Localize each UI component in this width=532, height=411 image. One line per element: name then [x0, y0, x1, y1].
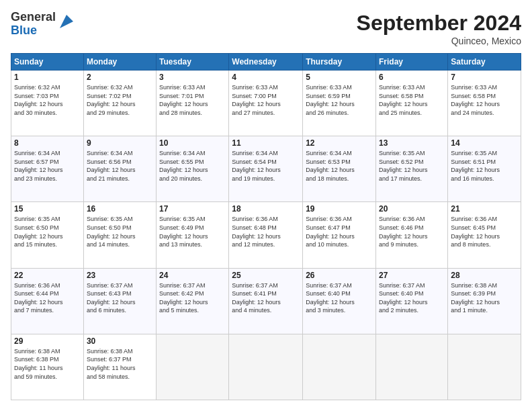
- table-row: 2Sunrise: 6:32 AM Sunset: 7:02 PM Daylig…: [83, 71, 156, 136]
- day-number: 22: [14, 271, 81, 280]
- day-number: 1: [14, 73, 81, 82]
- week-row-2: 8Sunrise: 6:34 AM Sunset: 6:57 PM Daylig…: [11, 136, 521, 202]
- day-info: Sunrise: 6:33 AM Sunset: 6:59 PM Dayligh…: [306, 83, 373, 117]
- col-wednesday: Wednesday: [229, 54, 303, 71]
- day-number: 28: [451, 271, 518, 280]
- table-row: [448, 334, 521, 400]
- day-number: 18: [232, 204, 300, 214]
- title-block: September 2024 Quinceo, Mexico: [357, 11, 521, 46]
- table-row: 11Sunrise: 6:34 AM Sunset: 6:54 PM Dayli…: [229, 136, 303, 202]
- day-info: Sunrise: 6:35 AM Sunset: 6:52 PM Dayligh…: [379, 149, 445, 183]
- day-number: 11: [232, 138, 300, 148]
- day-info: Sunrise: 6:33 AM Sunset: 6:58 PM Dayligh…: [379, 83, 445, 117]
- table-row: 12Sunrise: 6:34 AM Sunset: 6:53 PM Dayli…: [303, 136, 376, 202]
- day-number: 15: [14, 204, 81, 214]
- col-tuesday: Tuesday: [157, 54, 229, 71]
- col-monday: Monday: [83, 54, 156, 71]
- day-info: Sunrise: 6:36 AM Sunset: 6:45 PM Dayligh…: [451, 215, 518, 248]
- day-number: 26: [306, 271, 373, 280]
- day-info: Sunrise: 6:37 AM Sunset: 6:40 PM Dayligh…: [306, 281, 373, 315]
- table-row: 1Sunrise: 6:32 AM Sunset: 7:03 PM Daylig…: [11, 71, 84, 136]
- table-row: 23Sunrise: 6:37 AM Sunset: 6:43 PM Dayli…: [83, 268, 156, 334]
- day-number: 9: [87, 138, 153, 148]
- day-number: 30: [87, 336, 153, 346]
- table-row: 29Sunrise: 6:38 AM Sunset: 6:38 PM Dayli…: [11, 334, 84, 400]
- day-number: 24: [159, 271, 226, 280]
- month-title: September 2024: [357, 11, 521, 36]
- day-number: 7: [451, 73, 518, 82]
- day-number: 25: [232, 271, 300, 280]
- col-friday: Friday: [376, 54, 448, 71]
- day-info: Sunrise: 6:35 AM Sunset: 6:50 PM Dayligh…: [14, 215, 81, 248]
- day-info: Sunrise: 6:36 AM Sunset: 6:47 PM Dayligh…: [306, 215, 373, 248]
- table-row: 8Sunrise: 6:34 AM Sunset: 6:57 PM Daylig…: [11, 136, 84, 202]
- day-number: 13: [379, 138, 445, 148]
- day-info: Sunrise: 6:36 AM Sunset: 6:44 PM Dayligh…: [14, 281, 81, 315]
- day-number: 14: [451, 138, 518, 148]
- logo-general: General: [11, 10, 56, 24]
- day-info: Sunrise: 6:34 AM Sunset: 6:53 PM Dayligh…: [306, 149, 373, 183]
- day-info: Sunrise: 6:38 AM Sunset: 6:39 PM Dayligh…: [451, 281, 518, 315]
- day-info: Sunrise: 6:34 AM Sunset: 6:56 PM Dayligh…: [87, 149, 153, 183]
- day-number: 19: [306, 204, 373, 214]
- table-row: 21Sunrise: 6:36 AM Sunset: 6:45 PM Dayli…: [448, 202, 521, 268]
- location: Quinceo, Mexico: [357, 36, 521, 46]
- day-number: 2: [87, 73, 153, 82]
- day-number: 10: [159, 138, 226, 148]
- day-number: 16: [87, 204, 153, 214]
- logo-blue: Blue: [11, 24, 37, 37]
- table-row: 28Sunrise: 6:38 AM Sunset: 6:39 PM Dayli…: [448, 268, 521, 334]
- day-info: Sunrise: 6:37 AM Sunset: 6:40 PM Dayligh…: [379, 281, 445, 315]
- table-row: [229, 334, 303, 400]
- table-row: 19Sunrise: 6:36 AM Sunset: 6:47 PM Dayli…: [303, 202, 376, 268]
- day-info: Sunrise: 6:34 AM Sunset: 6:57 PM Dayligh…: [14, 149, 81, 183]
- week-row-3: 15Sunrise: 6:35 AM Sunset: 6:50 PM Dayli…: [11, 202, 521, 268]
- table-row: 3Sunrise: 6:33 AM Sunset: 7:01 PM Daylig…: [157, 71, 229, 136]
- week-row-1: 1Sunrise: 6:32 AM Sunset: 7:03 PM Daylig…: [11, 71, 521, 136]
- week-row-4: 22Sunrise: 6:36 AM Sunset: 6:44 PM Dayli…: [11, 268, 521, 334]
- table-row: 20Sunrise: 6:36 AM Sunset: 6:46 PM Dayli…: [376, 202, 448, 268]
- table-row: 9Sunrise: 6:34 AM Sunset: 6:56 PM Daylig…: [83, 136, 156, 202]
- table-row: 30Sunrise: 6:38 AM Sunset: 6:37 PM Dayli…: [83, 334, 156, 400]
- calendar-table: Sunday Monday Tuesday Wednesday Thursday…: [11, 53, 521, 400]
- day-info: Sunrise: 6:35 AM Sunset: 6:51 PM Dayligh…: [451, 149, 518, 183]
- day-info: Sunrise: 6:37 AM Sunset: 6:41 PM Dayligh…: [232, 281, 300, 315]
- table-row: 13Sunrise: 6:35 AM Sunset: 6:52 PM Dayli…: [376, 136, 448, 202]
- day-number: 27: [379, 271, 445, 280]
- day-info: Sunrise: 6:34 AM Sunset: 6:54 PM Dayligh…: [232, 149, 300, 183]
- day-number: 6: [379, 73, 445, 82]
- logo-icon: [57, 12, 76, 31]
- day-info: Sunrise: 6:35 AM Sunset: 6:49 PM Dayligh…: [159, 215, 226, 248]
- day-number: 5: [306, 73, 373, 82]
- day-info: Sunrise: 6:38 AM Sunset: 6:38 PM Dayligh…: [14, 347, 81, 381]
- day-number: 20: [379, 204, 445, 214]
- table-row: 16Sunrise: 6:35 AM Sunset: 6:50 PM Dayli…: [83, 202, 156, 268]
- day-number: 17: [159, 204, 226, 214]
- table-row: 6Sunrise: 6:33 AM Sunset: 6:58 PM Daylig…: [376, 71, 448, 136]
- header: General Blue September 2024 Quinceo, Mex…: [11, 11, 521, 46]
- week-row-5: 29Sunrise: 6:38 AM Sunset: 6:38 PM Dayli…: [11, 334, 521, 400]
- day-info: Sunrise: 6:34 AM Sunset: 6:55 PM Dayligh…: [159, 149, 226, 183]
- svg-marker-0: [60, 15, 73, 28]
- day-number: 3: [159, 73, 226, 82]
- table-row: 17Sunrise: 6:35 AM Sunset: 6:49 PM Dayli…: [157, 202, 229, 268]
- table-row: [157, 334, 229, 400]
- day-info: Sunrise: 6:32 AM Sunset: 7:02 PM Dayligh…: [87, 83, 153, 117]
- day-number: 12: [306, 138, 373, 148]
- table-row: 25Sunrise: 6:37 AM Sunset: 6:41 PM Dayli…: [229, 268, 303, 334]
- day-info: Sunrise: 6:35 AM Sunset: 6:50 PM Dayligh…: [87, 215, 153, 248]
- col-thursday: Thursday: [303, 54, 376, 71]
- day-info: Sunrise: 6:36 AM Sunset: 6:46 PM Dayligh…: [379, 215, 445, 248]
- col-sunday: Sunday: [11, 54, 84, 71]
- table-row: [376, 334, 448, 400]
- logo: General Blue: [11, 11, 76, 38]
- day-info: Sunrise: 6:38 AM Sunset: 6:37 PM Dayligh…: [87, 347, 153, 381]
- col-saturday: Saturday: [448, 54, 521, 71]
- day-number: 8: [14, 138, 81, 148]
- table-row: 22Sunrise: 6:36 AM Sunset: 6:44 PM Dayli…: [11, 268, 84, 334]
- table-row: 14Sunrise: 6:35 AM Sunset: 6:51 PM Dayli…: [448, 136, 521, 202]
- day-info: Sunrise: 6:36 AM Sunset: 6:48 PM Dayligh…: [232, 215, 300, 248]
- table-row: 26Sunrise: 6:37 AM Sunset: 6:40 PM Dayli…: [303, 268, 376, 334]
- day-number: 29: [14, 336, 81, 346]
- table-row: 18Sunrise: 6:36 AM Sunset: 6:48 PM Dayli…: [229, 202, 303, 268]
